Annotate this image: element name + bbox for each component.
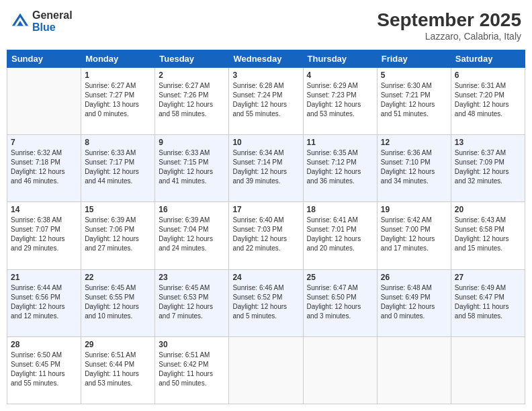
day-info: Sunrise: 6:45 AMSunset: 6:55 PMDaylight:…	[85, 283, 151, 321]
day-info: Sunrise: 6:40 AMSunset: 7:03 PMDaylight:…	[232, 216, 299, 253]
calendar-cell: 27Sunrise: 6:49 AMSunset: 6:47 PMDayligh…	[451, 269, 525, 336]
calendar-cell	[7, 68, 81, 135]
calendar-cell: 13Sunrise: 6:37 AMSunset: 7:09 PMDayligh…	[451, 135, 525, 202]
day-number: 8	[85, 138, 151, 147]
calendar-cell: 24Sunrise: 6:46 AMSunset: 6:52 PMDayligh…	[229, 269, 303, 336]
day-info: Sunrise: 6:46 AMSunset: 6:52 PMDaylight:…	[232, 283, 299, 321]
day-of-week-header: Saturday	[451, 50, 525, 68]
day-number: 2	[159, 71, 225, 80]
calendar-cell: 14Sunrise: 6:38 AMSunset: 7:07 PMDayligh…	[7, 202, 81, 269]
calendar-cell: 4Sunrise: 6:29 AMSunset: 7:23 PMDaylight…	[303, 68, 377, 135]
calendar-cell: 30Sunrise: 6:51 AMSunset: 6:42 PMDayligh…	[155, 336, 229, 404]
day-number: 4	[307, 71, 373, 80]
day-info: Sunrise: 6:43 AMSunset: 6:58 PMDaylight:…	[455, 216, 521, 253]
day-info: Sunrise: 6:42 AMSunset: 7:00 PMDaylight:…	[381, 216, 447, 253]
day-number: 10	[232, 138, 299, 147]
day-info: Sunrise: 6:39 AMSunset: 7:04 PMDaylight:…	[159, 216, 225, 253]
day-number: 5	[381, 71, 447, 80]
calendar-cell: 23Sunrise: 6:45 AMSunset: 6:53 PMDayligh…	[155, 269, 229, 336]
day-number: 13	[455, 138, 521, 147]
day-number: 9	[159, 138, 225, 147]
calendar-week-row: 14Sunrise: 6:38 AMSunset: 7:07 PMDayligh…	[7, 202, 525, 269]
day-number: 3	[232, 71, 299, 80]
day-info: Sunrise: 6:50 AMSunset: 6:45 PMDaylight:…	[11, 351, 77, 388]
day-info: Sunrise: 6:32 AMSunset: 7:18 PMDaylight:…	[11, 148, 77, 186]
day-info: Sunrise: 6:44 AMSunset: 6:56 PMDaylight:…	[11, 283, 77, 321]
calendar-cell: 21Sunrise: 6:44 AMSunset: 6:56 PMDayligh…	[7, 269, 81, 336]
calendar-cell: 20Sunrise: 6:43 AMSunset: 6:58 PMDayligh…	[451, 202, 525, 269]
calendar-cell: 3Sunrise: 6:28 AMSunset: 7:24 PMDaylight…	[229, 68, 303, 135]
day-info: Sunrise: 6:36 AMSunset: 7:10 PMDaylight:…	[381, 148, 447, 186]
calendar-cell: 28Sunrise: 6:50 AMSunset: 6:45 PMDayligh…	[7, 336, 81, 404]
logo: General Blue	[11, 9, 73, 33]
day-of-week-header: Sunday	[7, 50, 81, 68]
day-number: 6	[455, 71, 521, 80]
day-info: Sunrise: 6:41 AMSunset: 7:01 PMDaylight:…	[307, 216, 373, 253]
day-info: Sunrise: 6:27 AMSunset: 7:26 PMDaylight:…	[159, 81, 225, 119]
calendar-cell: 17Sunrise: 6:40 AMSunset: 7:03 PMDayligh…	[229, 202, 303, 269]
day-info: Sunrise: 6:31 AMSunset: 7:20 PMDaylight:…	[455, 81, 521, 119]
calendar-cell: 11Sunrise: 6:35 AMSunset: 7:12 PMDayligh…	[303, 135, 377, 202]
day-number: 24	[232, 273, 299, 282]
logo-blue: Blue	[32, 21, 73, 34]
day-number: 11	[307, 138, 373, 147]
calendar-cell	[303, 336, 377, 404]
day-info: Sunrise: 6:33 AMSunset: 7:17 PMDaylight:…	[85, 148, 151, 186]
calendar-week-row: 7Sunrise: 6:32 AMSunset: 7:18 PMDaylight…	[7, 135, 525, 202]
location: Lazzaro, Calabria, Italy	[377, 31, 521, 42]
month-title: September 2025	[377, 9, 521, 31]
day-number: 16	[159, 205, 225, 214]
calendar-cell: 10Sunrise: 6:34 AMSunset: 7:14 PMDayligh…	[229, 135, 303, 202]
calendar-cell	[377, 336, 451, 404]
calendar-cell: 25Sunrise: 6:47 AMSunset: 6:50 PMDayligh…	[303, 269, 377, 336]
page: General Blue September 2025 Lazzaro, Cal…	[0, 0, 532, 411]
calendar-cell: 29Sunrise: 6:51 AMSunset: 6:44 PMDayligh…	[81, 336, 155, 404]
day-number: 17	[232, 205, 299, 214]
calendar-week-row: 1Sunrise: 6:27 AMSunset: 7:27 PMDaylight…	[7, 68, 525, 135]
day-info: Sunrise: 6:39 AMSunset: 7:06 PMDaylight:…	[85, 216, 151, 253]
calendar-cell: 22Sunrise: 6:45 AMSunset: 6:55 PMDayligh…	[81, 269, 155, 336]
day-number: 21	[11, 273, 77, 282]
day-of-week-header: Monday	[81, 50, 155, 68]
day-number: 28	[11, 340, 77, 349]
calendar-cell: 1Sunrise: 6:27 AMSunset: 7:27 PMDaylight…	[81, 68, 155, 135]
calendar-cell: 16Sunrise: 6:39 AMSunset: 7:04 PMDayligh…	[155, 202, 229, 269]
calendar-cell: 6Sunrise: 6:31 AMSunset: 7:20 PMDaylight…	[451, 68, 525, 135]
logo-icon	[11, 12, 30, 31]
day-number: 12	[381, 138, 447, 147]
day-number: 15	[85, 205, 151, 214]
day-info: Sunrise: 6:47 AMSunset: 6:50 PMDaylight:…	[307, 283, 373, 321]
calendar-cell: 18Sunrise: 6:41 AMSunset: 7:01 PMDayligh…	[303, 202, 377, 269]
day-info: Sunrise: 6:35 AMSunset: 7:12 PMDaylight:…	[307, 148, 373, 186]
logo-text: General Blue	[32, 9, 73, 33]
calendar-cell: 7Sunrise: 6:32 AMSunset: 7:18 PMDaylight…	[7, 135, 81, 202]
day-of-week-header: Tuesday	[155, 50, 229, 68]
logo-general: General	[32, 9, 73, 21]
day-info: Sunrise: 6:51 AMSunset: 6:44 PMDaylight:…	[85, 351, 151, 388]
day-info: Sunrise: 6:49 AMSunset: 6:47 PMDaylight:…	[455, 283, 521, 321]
day-of-week-header: Friday	[377, 50, 451, 68]
day-info: Sunrise: 6:33 AMSunset: 7:15 PMDaylight:…	[159, 148, 225, 186]
day-number: 22	[85, 273, 151, 282]
calendar-cell: 19Sunrise: 6:42 AMSunset: 7:00 PMDayligh…	[377, 202, 451, 269]
calendar-cell	[229, 336, 303, 404]
day-number: 7	[11, 138, 77, 147]
calendar-cell: 5Sunrise: 6:30 AMSunset: 7:21 PMDaylight…	[377, 68, 451, 135]
day-number: 20	[455, 205, 521, 214]
day-info: Sunrise: 6:28 AMSunset: 7:24 PMDaylight:…	[232, 81, 299, 119]
calendar-cell: 26Sunrise: 6:48 AMSunset: 6:49 PMDayligh…	[377, 269, 451, 336]
day-number: 26	[381, 273, 447, 282]
day-number: 27	[455, 273, 521, 282]
day-number: 14	[11, 205, 77, 214]
day-info: Sunrise: 6:27 AMSunset: 7:27 PMDaylight:…	[85, 81, 151, 119]
day-number: 18	[307, 205, 373, 214]
day-number: 23	[159, 273, 225, 282]
day-info: Sunrise: 6:51 AMSunset: 6:42 PMDaylight:…	[159, 351, 225, 388]
calendar-table: SundayMondayTuesdayWednesdayThursdayFrid…	[7, 50, 525, 404]
calendar-week-row: 21Sunrise: 6:44 AMSunset: 6:56 PMDayligh…	[7, 269, 525, 336]
day-number: 25	[307, 273, 373, 282]
day-number: 19	[381, 205, 447, 214]
calendar-cell: 12Sunrise: 6:36 AMSunset: 7:10 PMDayligh…	[377, 135, 451, 202]
day-of-week-header: Wednesday	[229, 50, 303, 68]
day-number: 30	[159, 340, 225, 349]
